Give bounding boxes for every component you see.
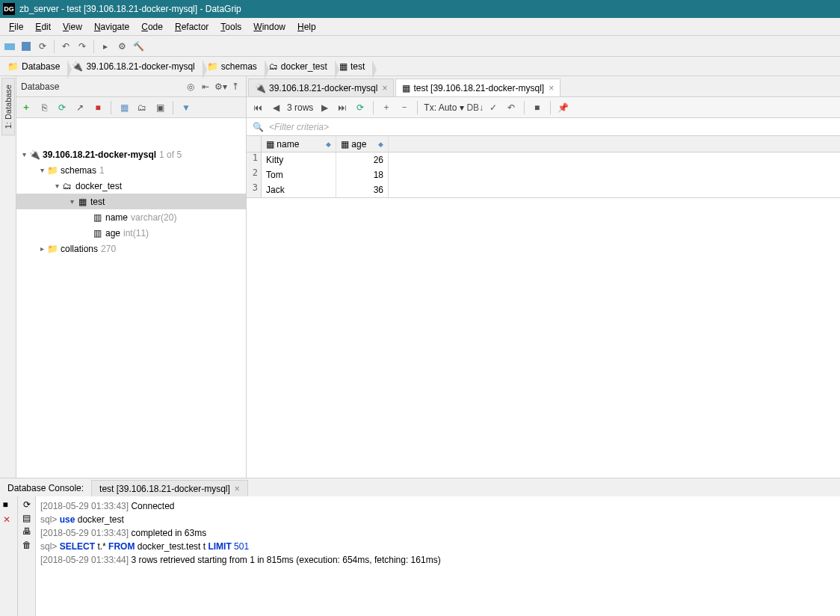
tree-column-age[interactable]: ▥ age int(11) [16, 225, 246, 241]
close-icon[interactable]: ✕ [3, 514, 15, 526]
undo-icon[interactable]: ↶ [59, 40, 72, 53]
settings-icon[interactable]: ⚙ [115, 40, 129, 53]
close-icon[interactable]: × [549, 83, 554, 93]
app-icon: DG [3, 3, 15, 15]
menu-tools[interactable]: Tools [214, 20, 247, 34]
plug-icon: 🔌 [255, 83, 266, 93]
schema-icon[interactable]: 🗂 [135, 101, 149, 114]
commit-icon[interactable]: DB↓ [469, 101, 482, 114]
crumb-schema[interactable]: 🗂docker_test [265, 60, 335, 73]
menu-window[interactable]: Window [247, 20, 291, 34]
menu-help[interactable]: Help [291, 20, 322, 34]
stop-icon[interactable]: ■ [531, 101, 544, 114]
rerun-icon[interactable]: ⟳ [23, 499, 31, 510]
stop-icon[interactable]: ■ [91, 101, 105, 114]
crumb-table[interactable]: ▦test [335, 60, 372, 73]
menu-refactor[interactable]: Refactor [169, 20, 214, 34]
database-panel: Database ◎ ⇤ ⚙▾ ⤒ ＋ ⎘ ⟳ ↗ ■ ▦ 🗂 ▣ ▼ ▾ [16, 76, 247, 478]
schema-icon: 🗂 [61, 181, 73, 191]
hammer-icon[interactable]: 🔨 [132, 40, 145, 53]
sync-icon[interactable]: ⟳ [55, 101, 69, 114]
expand-icon[interactable]: ▸ [37, 244, 46, 253]
menu-navigate[interactable]: Navigate [88, 20, 135, 34]
table-row[interactable]: 3 Jack 36 [247, 182, 840, 197]
console-icon[interactable]: ▣ [153, 101, 167, 114]
pin-icon[interactable]: 📌 [557, 101, 570, 114]
table-icon: ▦ [402, 83, 410, 93]
add-row-icon[interactable]: ＋ [380, 101, 393, 114]
menu-edit[interactable]: Edit [29, 20, 57, 34]
tab-datasource-console[interactable]: 🔌 39.106.18.21-docker-mysql × [248, 78, 394, 96]
run-icon[interactable]: ▸ [99, 40, 112, 53]
output-icon[interactable]: ▤ [22, 513, 31, 523]
tab-table-test[interactable]: ▦ test [39.106.18.21-docker-mysql] × [395, 78, 560, 96]
column-header-name[interactable]: ▦ name◆ [262, 136, 336, 152]
close-icon[interactable]: × [382, 83, 387, 93]
console-output[interactable]: [2018-05-29 01:33:43] Connected sql> use… [36, 496, 840, 616]
duplicate-icon[interactable]: ⎘ [37, 101, 51, 114]
expand-icon[interactable]: ▾ [67, 197, 76, 206]
menu-file[interactable]: File [3, 20, 29, 34]
target-icon[interactable]: ◎ [185, 81, 197, 93]
column-header-age[interactable]: ▦ age◆ [336, 136, 389, 152]
tree-collations[interactable]: ▸ 📁 collations 270 [16, 241, 246, 256]
expand-icon[interactable]: ▾ [52, 182, 61, 190]
crumb-database[interactable]: 📁Database [3, 60, 67, 73]
database-panel-title: Database [21, 81, 59, 92]
row-count: 3 rows [287, 102, 313, 113]
last-page-icon[interactable]: ⏭ [336, 101, 349, 114]
first-page-icon[interactable]: ⏮ [251, 101, 265, 114]
table-icon[interactable]: ▦ [117, 101, 131, 114]
stop-icon[interactable]: ■ [3, 499, 15, 511]
data-grid[interactable]: ▦ name◆ ▦ age◆ 1 Kitty 26 2 Tom 18 3 Jac… [247, 136, 840, 198]
console-title: Database Console: [0, 480, 91, 496]
print-icon[interactable]: 🖶 [22, 526, 31, 537]
trash-icon[interactable]: 🗑 [22, 540, 31, 550]
prev-page-icon[interactable]: ◀ [269, 101, 282, 114]
tree-datasource[interactable]: ▾ 🔌 39.106.18.21-docker-mysql 1 of 5 [16, 147, 246, 162]
window-title: zb_server - test [39.106.18.21-docker-my… [19, 4, 241, 14]
expand-icon[interactable]: ▾ [19, 150, 28, 158]
gear-icon[interactable]: ⚙▾ [214, 81, 226, 93]
table-row[interactable]: 1 Kitty 26 [247, 153, 840, 167]
revert-icon[interactable]: ↶ [504, 101, 518, 114]
search-icon[interactable]: 🔍 [251, 120, 265, 134]
table-row[interactable]: 2 Tom 18 [247, 167, 840, 182]
redo-icon[interactable]: ↷ [75, 40, 89, 53]
hide-icon[interactable]: ⤒ [229, 81, 241, 93]
close-icon[interactable]: × [235, 484, 240, 494]
grid-toolbar: ⏮ ◀ 3 rows ▶ ⏭ ⟳ ＋ － Tx: Auto ▾ DB↓ ✓ ↶ … [247, 97, 840, 118]
tx-label[interactable]: Tx: Auto ▾ [424, 102, 463, 113]
folder-icon: 📁 [46, 244, 58, 254]
crumb-datasource[interactable]: 🔌39.106.18.21-docker-mysql [67, 60, 202, 73]
sidebar-tab-database[interactable]: 1: Database [1, 78, 15, 135]
save-icon[interactable] [19, 40, 33, 53]
open-icon[interactable] [3, 40, 16, 53]
rollback-icon[interactable]: ✓ [487, 101, 500, 114]
tree-table[interactable]: ▾ ▦ test [16, 194, 246, 209]
menu-view[interactable]: View [57, 20, 88, 34]
filter-icon[interactable]: ▼ [179, 101, 193, 114]
filter-input[interactable]: <Filter criteria> [269, 122, 329, 132]
column-icon: ▥ [91, 212, 103, 223]
left-tool-stripe: 1: Database [0, 76, 16, 478]
expand-icon[interactable]: ▾ [37, 166, 46, 174]
menu-code[interactable]: Code [135, 20, 169, 34]
add-icon[interactable]: ＋ [19, 101, 33, 114]
tree-schema[interactable]: ▾ 🗂 docker_test [16, 178, 246, 194]
next-page-icon[interactable]: ▶ [318, 101, 331, 114]
collapse-icon[interactable]: ⇤ [200, 81, 211, 93]
remove-row-icon[interactable]: － [398, 101, 411, 114]
window-titlebar: DG zb_server - test [39.106.18.21-docker… [0, 0, 840, 18]
reload-icon[interactable]: ⟳ [353, 101, 367, 114]
console-tab[interactable]: test [39.106.18.21-docker-mysql] × [91, 480, 248, 496]
plug-icon: 🔌 [28, 150, 40, 160]
refresh-icon[interactable]: ⟳ [36, 40, 49, 53]
console-panel: Database Console: test [39.106.18.21-doc… [0, 478, 840, 616]
tree-schemas[interactable]: ▾ 📁 schemas 1 [16, 162, 246, 178]
crumb-schemas[interactable]: 📁schemas [203, 60, 265, 73]
tree-column-name[interactable]: ▥ name varchar(20) [16, 209, 246, 225]
jump-icon[interactable]: ↗ [73, 101, 87, 114]
table-icon: ▦ [76, 197, 88, 207]
database-tree[interactable]: ▾ 🔌 39.106.18.21-docker-mysql 1 of 5 ▾ 📁… [16, 118, 246, 478]
